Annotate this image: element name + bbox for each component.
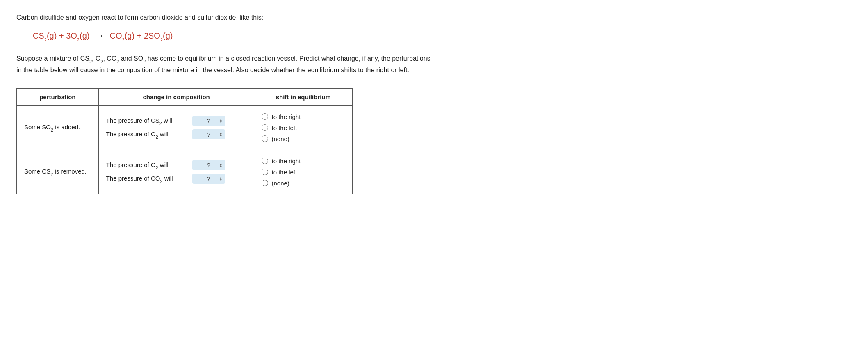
- dropdown-wrapper-2a: ? increase decrease no change: [192, 160, 225, 170]
- composition-line-2a: The pressure of O2 will ? increase decre…: [106, 160, 247, 170]
- dropdown-wrapper-1a: ? increase decrease no change: [192, 116, 225, 126]
- radio-label-left-2: to the left: [271, 169, 297, 176]
- table-row: Some CS2 is removed. The pressure of O2 …: [17, 150, 353, 194]
- radio-group-1: to the right to the left (none): [262, 111, 345, 145]
- radio-right-2[interactable]: [262, 158, 268, 164]
- dropdown-co2-row2[interactable]: ? increase decrease no change: [192, 174, 225, 184]
- composition-label-1b: The pressure of O2 will: [106, 130, 188, 139]
- dropdown-o2-row1[interactable]: ? increase decrease no change: [192, 129, 225, 139]
- perturbation-2: Some CS2 is removed.: [17, 150, 99, 194]
- composition-label-2a: The pressure of O2 will: [106, 161, 188, 169]
- equation-arrow: →: [95, 30, 104, 41]
- perturbation-1: Some SO2 is added.: [17, 105, 99, 150]
- shift-1: to the right to the left (none): [254, 105, 353, 150]
- chemical-equation: CS2(g) + 3O2(g) → CO2(g) + 2SO2(g): [33, 30, 435, 41]
- shift-2: to the right to the left (none): [254, 150, 353, 194]
- table-row: Some SO2 is added. The pressure of CS2 w…: [17, 105, 353, 150]
- radio-item-none-1[interactable]: (none): [262, 135, 345, 142]
- radio-label-none-1: (none): [271, 135, 289, 142]
- equation-left: CS2(g) + 3O2(g): [33, 31, 89, 40]
- col-header-composition: change in composition: [98, 88, 254, 105]
- dropdown-wrapper-2b: ? increase decrease no change: [192, 174, 225, 184]
- radio-item-none-2[interactable]: (none): [262, 180, 345, 187]
- radio-left-2[interactable]: [262, 169, 268, 175]
- composition-line-2b: The pressure of CO2 will ? increase decr…: [106, 174, 247, 184]
- radio-left-1[interactable]: [262, 124, 268, 131]
- intro-line1: Carbon disulfide and oxygen react to for…: [16, 12, 435, 23]
- radio-label-right-1: to the right: [271, 113, 301, 120]
- intro-paragraph: Suppose a mixture of CS2, O2, CO2 and SO…: [16, 53, 435, 76]
- composition-label-1a: The pressure of CS2 will: [106, 117, 188, 125]
- radio-group-2: to the right to the left (none): [262, 155, 345, 189]
- radio-none-1[interactable]: [262, 135, 268, 142]
- composition-2: The pressure of O2 will ? increase decre…: [98, 150, 254, 194]
- radio-item-right-2[interactable]: to the right: [262, 158, 345, 165]
- composition-line-1b: The pressure of O2 will ? increase decre…: [106, 129, 247, 139]
- composition-label-2b: The pressure of CO2 will: [106, 175, 188, 183]
- radio-item-left-1[interactable]: to the left: [262, 124, 345, 131]
- radio-item-right-1[interactable]: to the right: [262, 113, 345, 120]
- radio-label-none-2: (none): [271, 180, 289, 187]
- col-header-shift: shift in equilibrium: [254, 88, 353, 105]
- equilibrium-table: perturbation change in composition shift…: [16, 88, 353, 194]
- radio-right-1[interactable]: [262, 113, 268, 120]
- radio-item-left-2[interactable]: to the left: [262, 169, 345, 176]
- dropdown-cs2-row1[interactable]: ? increase decrease no change: [192, 116, 225, 126]
- composition-line-1a: The pressure of CS2 will ? increase decr…: [106, 116, 247, 126]
- radio-label-left-1: to the left: [271, 124, 297, 131]
- dropdown-o2-row2[interactable]: ? increase decrease no change: [192, 160, 225, 170]
- radio-none-2[interactable]: [262, 180, 268, 186]
- dropdown-wrapper-1b: ? increase decrease no change: [192, 129, 225, 139]
- composition-1: The pressure of CS2 will ? increase decr…: [98, 105, 254, 150]
- radio-label-right-2: to the right: [271, 158, 301, 165]
- col-header-perturbation: perturbation: [17, 88, 99, 105]
- equation-right: CO2(g) + 2SO2(g): [110, 31, 173, 40]
